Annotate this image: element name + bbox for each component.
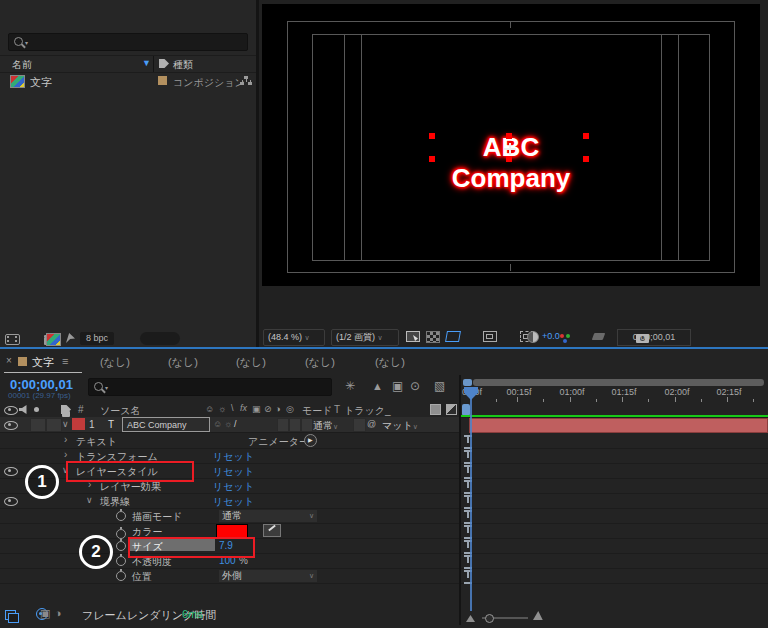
track-matte-cell[interactable] [353,418,366,432]
layer-shy-icon[interactable]: ☺ [213,420,222,429]
motion-blur-icon[interactable]: ⊙ [410,380,420,392]
mask-visibility-icon[interactable] [483,331,497,342]
project-item-row[interactable]: 文字 コンポジション [0,72,256,90]
new-composition-icon[interactable] [46,333,61,346]
stroke-position-select[interactable]: 外側 ∨ [218,569,318,583]
layer-row[interactable]: ∨ 1 T ABC Company ☺ ☼ / 通常∨ @ マット∨ [0,417,460,433]
show-snapshot-icon[interactable] [592,333,606,340]
layer-name-box[interactable]: ABC Company [122,417,210,432]
transparency-grid-icon[interactable] [426,331,440,343]
search-dropdown-arrow-icon[interactable]: ▾ [105,384,108,391]
composition-flowchart-icon[interactable]: ✳ [345,380,355,392]
zoom-in-icon[interactable] [533,611,548,620]
adjust-icon[interactable] [66,333,75,343]
channel-icon[interactable] [559,333,571,343]
property-row-blend-mode[interactable]: 描画モード 通常 ∨ [0,508,768,524]
bpc-button[interactable]: 8 bpc [80,332,114,345]
selection-handle[interactable] [583,133,589,139]
blend-mode-select[interactable]: 通常 ∨ [218,509,318,523]
current-timecode[interactable]: 0;00;00,01 [10,377,73,392]
status-icon-3[interactable]: ▣ [40,608,50,619]
color-swatch[interactable] [216,524,248,538]
timeline-zoom-slider[interactable] [482,617,528,619]
layer-label-swatch[interactable] [72,418,85,430]
selection-handle[interactable] [506,156,512,162]
layer-collapse-icon[interactable]: ☼ [224,420,232,429]
time-ruler[interactable]: 0:00f 00:15f 01:00f 01:15f 02:00f 02:15f [460,387,768,402]
toggle-modes-icon[interactable] [446,404,457,415]
stopwatch-icon[interactable] [116,511,126,521]
add-animator-button[interactable]: ▶ [304,434,317,447]
property-row-text[interactable]: › テキスト アニメーター : ▶ [0,433,768,449]
graph-editor-icon[interactable]: ▧ [434,380,445,392]
property-visibility-icon[interactable] [4,497,18,506]
label-color-swatch[interactable] [158,76,167,85]
close-tab-icon[interactable]: × [6,355,12,366]
exposure-icon[interactable] [527,331,539,343]
track-matte-column-header[interactable]: トラック_ [344,404,391,418]
flowchart-icon[interactable] [240,76,252,86]
sort-down-icon[interactable]: ▼ [142,58,151,68]
composition-view[interactable]: ABC Company [262,4,760,286]
selection-handle[interactable] [506,133,512,139]
comp-text-layer[interactable]: ABC Company [426,132,596,194]
status-icon-4[interactable]: ◑ [55,608,62,619]
property-visibility-icon[interactable] [4,467,18,476]
frame-blending-icon[interactable]: ▣ [392,380,403,392]
time-navigator-bar[interactable] [473,379,764,386]
hand-tool-toggle-icon[interactable] [406,331,420,342]
project-item-name[interactable]: 文字 [30,75,52,90]
live-update-icon[interactable] [5,610,16,620]
eyedropper-icon[interactable] [263,524,281,537]
track-area-divider[interactable] [459,375,461,625]
reset-link[interactable]: リセット [213,465,254,479]
exposure-value[interactable]: +0.0 [542,331,560,341]
region-of-interest-icon[interactable] [445,331,461,342]
project-search-input[interactable]: ▾ [8,33,248,51]
motion-blur-cell[interactable] [301,418,313,432]
layer-visibility-icon[interactable] [4,421,18,430]
reset-link[interactable]: リセット [213,480,254,494]
stopwatch-icon[interactable] [116,556,126,566]
selection-handle[interactable] [429,133,435,139]
pickwhip-icon[interactable]: @ [367,419,376,429]
column-name-header[interactable]: 名前 [12,58,32,72]
zoom-out-icon[interactable] [466,615,475,622]
stopwatch-icon[interactable] [116,571,126,581]
twirl-closed-icon[interactable]: › [64,449,67,460]
layer-duration-bar[interactable] [469,418,768,433]
magnification-dropdown[interactable]: (48.4 %) ∨ [263,329,325,346]
column-type-header[interactable]: 種類 [173,58,193,72]
navigator-start-handle[interactable] [463,379,472,386]
reset-link[interactable]: リセット [213,495,254,509]
viewer-timecode[interactable]: 0;00;00,01 [617,329,691,346]
property-row-color[interactable]: カラー [0,523,768,539]
search-dropdown-arrow-icon[interactable]: ▾ [25,39,28,46]
property-row-opacity[interactable]: 不透明度 100 % [0,553,768,569]
timeline-search-input[interactable]: ▾ [88,378,332,396]
anchor-point-icon[interactable] [504,143,516,155]
empty-tab-1[interactable]: (なし) [100,355,130,370]
interpret-footage-icon[interactable] [5,334,20,345]
playhead-line[interactable] [470,387,472,611]
mode-column-header[interactable]: モード [302,404,332,418]
zoom-slider-knob[interactable] [485,614,494,623]
reset-link[interactable]: リセット [213,450,254,464]
layer-twirl-icon[interactable]: ∨ [62,419,69,429]
timeline-tab-active[interactable]: × 文字 ≡ [4,353,84,371]
frame-blend-cell[interactable] [289,418,301,432]
column-divider[interactable] [153,56,154,72]
selection-handle[interactable] [583,156,589,162]
source-name-column-header[interactable]: ソース名 [100,404,140,418]
fx-cell[interactable] [277,418,289,432]
stopwatch-icon[interactable] [116,541,126,551]
timeline-tab-title[interactable]: 文字 [32,355,54,370]
empty-tab-2[interactable]: (なし) [168,355,198,370]
property-row-size[interactable]: サイズ 7.9 [0,538,768,554]
draft-3d-icon[interactable]: ▲ [372,381,383,392]
property-row-position[interactable]: 位置 外側 ∨ [0,568,768,584]
blend-mode-dropdown[interactable]: 通常∨ [313,419,338,433]
tab-menu-icon[interactable]: ≡ [62,355,68,367]
twirl-open-icon[interactable]: ∨ [86,495,93,505]
empty-tab-5[interactable]: (なし) [375,355,405,370]
